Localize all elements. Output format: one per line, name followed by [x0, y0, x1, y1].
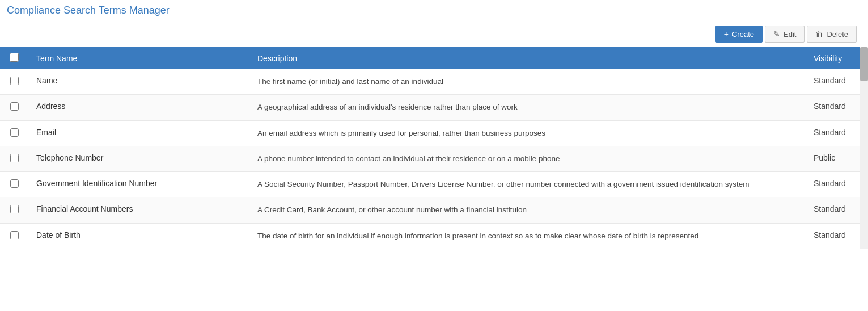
trash-icon: 🗑 [815, 30, 823, 39]
visibility-cell: Standard [806, 120, 868, 146]
table-body: NameThe first name (or initial) and last… [0, 69, 868, 249]
page-title: Compliance Search Terms Manager [0, 0, 868, 21]
row-checkbox-cell[interactable] [0, 223, 28, 249]
create-button[interactable]: + Create [715, 26, 763, 43]
row-checkbox[interactable] [10, 102, 19, 111]
visibility-cell: Standard [806, 172, 868, 197]
table-row: EmailAn email address which is primarily… [0, 120, 868, 146]
table-row: NameThe first name (or initial) and last… [0, 69, 868, 95]
visibility-cell: Standard [806, 197, 868, 223]
table-header-row: Term Name Description Visibility [0, 47, 868, 69]
toolbar: + Create ✎ Edit 🗑 Delete [0, 21, 868, 47]
table-row: AddressA geographical address of an indi… [0, 95, 868, 120]
term-name-cell: Financial Account Numbers [28, 197, 249, 223]
description-cell: The date of birth for an individual if e… [249, 223, 806, 249]
header-checkbox-cell[interactable] [0, 47, 28, 69]
row-checkbox[interactable] [10, 179, 19, 188]
row-checkbox[interactable] [10, 205, 19, 213]
description-cell: The first name (or initial) and last nam… [249, 69, 806, 95]
visibility-cell: Standard [806, 95, 868, 120]
row-checkbox-cell[interactable] [0, 95, 28, 120]
row-checkbox-cell[interactable] [0, 146, 28, 171]
description-cell: A Social Security Number, Passport Numbe… [249, 172, 806, 197]
description-cell: A geographical address of an individual'… [249, 95, 806, 120]
row-checkbox[interactable] [10, 128, 19, 137]
row-checkbox-cell[interactable] [0, 197, 28, 223]
term-name-cell: Name [28, 69, 249, 95]
row-checkbox-cell[interactable] [0, 172, 28, 197]
scrollbar-thumb[interactable] [860, 47, 868, 81]
term-name-header: Term Name [28, 47, 249, 69]
row-checkbox[interactable] [10, 77, 19, 85]
visibility-cell: Standard [806, 223, 868, 249]
term-name-cell: Email [28, 120, 249, 146]
description-cell: A phone number intended to contact an in… [249, 146, 806, 171]
row-checkbox[interactable] [10, 231, 19, 239]
term-name-cell: Date of Birth [28, 223, 249, 249]
table-row: Government Identification NumberA Social… [0, 172, 868, 197]
table-row: Financial Account NumbersA Credit Card, … [0, 197, 868, 223]
row-checkbox-cell[interactable] [0, 120, 28, 146]
terms-table: Term Name Description Visibility NameThe… [0, 47, 868, 249]
scrollbar[interactable] [860, 47, 868, 249]
row-checkbox[interactable] [10, 154, 19, 162]
table-row: Date of BirthThe date of birth for an in… [0, 223, 868, 249]
row-checkbox-cell[interactable] [0, 69, 28, 95]
term-name-cell: Government Identification Number [28, 172, 249, 197]
description-header: Description [249, 47, 806, 69]
edit-icon: ✎ [773, 30, 780, 39]
term-name-cell: Address [28, 95, 249, 120]
visibility-cell: Public [806, 146, 868, 171]
plus-icon: + [724, 30, 729, 39]
term-name-cell: Telephone Number [28, 146, 249, 171]
visibility-header: Visibility [806, 47, 868, 69]
description-cell: A Credit Card, Bank Account, or other ac… [249, 197, 806, 223]
visibility-cell: Standard [806, 69, 868, 95]
table-wrapper: Term Name Description Visibility NameThe… [0, 47, 868, 249]
table-row: Telephone NumberA phone number intended … [0, 146, 868, 171]
delete-button[interactable]: 🗑 Delete [807, 26, 857, 43]
select-all-checkbox[interactable] [10, 53, 19, 62]
edit-button[interactable]: ✎ Edit [765, 26, 805, 43]
description-cell: An email address which is primarily used… [249, 120, 806, 146]
